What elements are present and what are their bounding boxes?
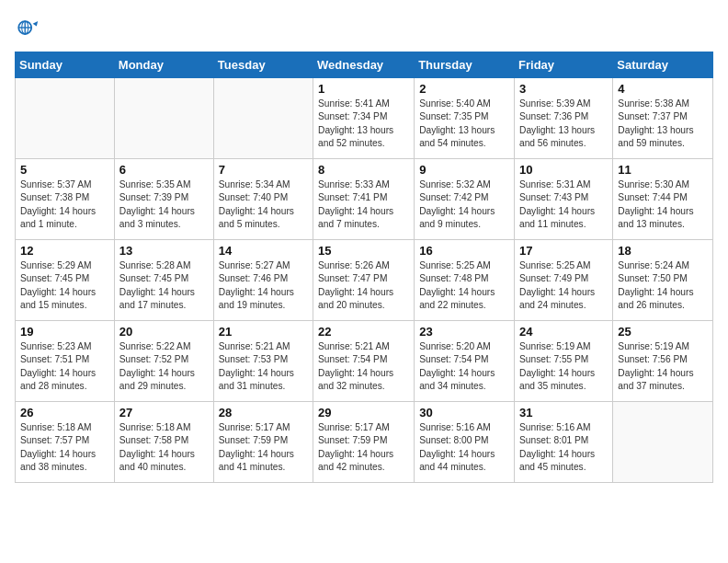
calendar-cell [213, 78, 313, 159]
calendar-cell: 5Sunrise: 5:37 AM Sunset: 7:38 PM Daylig… [16, 159, 115, 240]
calendar-cell: 23Sunrise: 5:20 AM Sunset: 7:54 PM Dayli… [415, 321, 515, 402]
day-number: 30 [419, 406, 509, 419]
calendar-cell: 13Sunrise: 5:28 AM Sunset: 7:45 PM Dayli… [114, 240, 213, 321]
calendar-cell: 25Sunrise: 5:19 AM Sunset: 7:56 PM Dayli… [613, 321, 713, 402]
calendar-cell: 31Sunrise: 5:16 AM Sunset: 8:01 PM Dayli… [515, 402, 613, 483]
calendar-cell: 24Sunrise: 5:19 AM Sunset: 7:55 PM Dayli… [515, 321, 613, 402]
calendar-cell: 12Sunrise: 5:29 AM Sunset: 7:45 PM Dayli… [16, 240, 115, 321]
day-info: Sunrise: 5:41 AM Sunset: 7:34 PM Dayligh… [318, 98, 409, 150]
day-info: Sunrise: 5:20 AM Sunset: 7:54 PM Dayligh… [419, 340, 509, 393]
day-number: 9 [419, 163, 509, 177]
day-number: 1 [318, 82, 409, 96]
day-info: Sunrise: 5:37 AM Sunset: 7:38 PM Dayligh… [20, 178, 109, 231]
calendar-cell: 11Sunrise: 5:30 AM Sunset: 7:44 PM Dayli… [613, 159, 713, 240]
calendar-cell: 8Sunrise: 5:33 AM Sunset: 7:41 PM Daylig… [313, 159, 415, 240]
day-info: Sunrise: 5:17 AM Sunset: 7:59 PM Dayligh… [219, 421, 308, 474]
day-number: 7 [219, 163, 308, 177]
calendar-cell: 1Sunrise: 5:41 AM Sunset: 7:34 PM Daylig… [313, 78, 415, 159]
day-number: 11 [618, 163, 708, 177]
day-info: Sunrise: 5:35 AM Sunset: 7:39 PM Dayligh… [119, 178, 209, 231]
day-info: Sunrise: 5:39 AM Sunset: 7:36 PM Dayligh… [519, 98, 608, 150]
day-info: Sunrise: 5:30 AM Sunset: 7:44 PM Dayligh… [618, 178, 708, 231]
day-header-wednesday: Wednesday [313, 52, 415, 78]
calendar-cell: 14Sunrise: 5:27 AM Sunset: 7:46 PM Dayli… [213, 240, 313, 321]
day-info: Sunrise: 5:16 AM Sunset: 8:01 PM Dayligh… [519, 421, 608, 474]
day-info: Sunrise: 5:34 AM Sunset: 7:40 PM Dayligh… [219, 178, 308, 231]
calendar-cell: 26Sunrise: 5:18 AM Sunset: 7:57 PM Dayli… [16, 402, 115, 483]
calendar-cell: 21Sunrise: 5:21 AM Sunset: 7:53 PM Dayli… [213, 321, 313, 402]
day-number: 19 [20, 325, 109, 339]
day-info: Sunrise: 5:29 AM Sunset: 7:45 PM Dayligh… [20, 259, 109, 312]
calendar-cell: 17Sunrise: 5:25 AM Sunset: 7:49 PM Dayli… [515, 240, 613, 321]
day-number: 26 [20, 406, 109, 419]
day-info: Sunrise: 5:19 AM Sunset: 7:55 PM Dayligh… [519, 340, 608, 393]
days-header-row: SundayMondayTuesdayWednesdayThursdayFrid… [16, 52, 713, 78]
calendar-cell: 3Sunrise: 5:39 AM Sunset: 7:36 PM Daylig… [515, 78, 613, 159]
page-header [15, 15, 713, 40]
day-info: Sunrise: 5:24 AM Sunset: 7:50 PM Dayligh… [618, 259, 708, 312]
day-info: Sunrise: 5:26 AM Sunset: 7:47 PM Dayligh… [318, 259, 409, 312]
day-info: Sunrise: 5:16 AM Sunset: 8:00 PM Dayligh… [419, 421, 509, 474]
day-number: 28 [219, 406, 308, 419]
calendar-table: SundayMondayTuesdayWednesdayThursdayFrid… [15, 52, 713, 483]
day-number: 12 [20, 244, 109, 258]
day-number: 15 [318, 244, 409, 258]
day-info: Sunrise: 5:25 AM Sunset: 7:48 PM Dayligh… [419, 259, 509, 312]
day-number: 6 [119, 163, 209, 177]
day-info: Sunrise: 5:17 AM Sunset: 7:59 PM Dayligh… [318, 421, 409, 474]
calendar-cell: 29Sunrise: 5:17 AM Sunset: 7:59 PM Dayli… [313, 402, 415, 483]
day-number: 22 [318, 325, 409, 339]
calendar-cell: 18Sunrise: 5:24 AM Sunset: 7:50 PM Dayli… [613, 240, 713, 321]
day-header-tuesday: Tuesday [213, 52, 313, 78]
day-info: Sunrise: 5:19 AM Sunset: 7:56 PM Dayligh… [618, 340, 708, 393]
calendar-cell: 27Sunrise: 5:18 AM Sunset: 7:58 PM Dayli… [114, 402, 213, 483]
day-header-friday: Friday [515, 52, 613, 78]
day-number: 16 [419, 244, 509, 258]
logo [15, 15, 44, 40]
day-info: Sunrise: 5:18 AM Sunset: 7:58 PM Dayligh… [119, 421, 209, 474]
calendar-cell [16, 78, 115, 159]
calendar-cell: 15Sunrise: 5:26 AM Sunset: 7:47 PM Dayli… [313, 240, 415, 321]
day-number: 3 [519, 82, 608, 96]
day-number: 17 [519, 244, 608, 258]
day-info: Sunrise: 5:21 AM Sunset: 7:54 PM Dayligh… [318, 340, 409, 393]
calendar-cell: 20Sunrise: 5:22 AM Sunset: 7:52 PM Dayli… [114, 321, 213, 402]
calendar-cell: 16Sunrise: 5:25 AM Sunset: 7:48 PM Dayli… [415, 240, 515, 321]
day-info: Sunrise: 5:33 AM Sunset: 7:41 PM Dayligh… [318, 178, 409, 231]
calendar-cell [114, 78, 213, 159]
week-row-5: 26Sunrise: 5:18 AM Sunset: 7:57 PM Dayli… [16, 402, 713, 483]
day-info: Sunrise: 5:27 AM Sunset: 7:46 PM Dayligh… [219, 259, 308, 312]
day-number: 18 [618, 244, 708, 258]
calendar-cell: 30Sunrise: 5:16 AM Sunset: 8:00 PM Dayli… [415, 402, 515, 483]
calendar-cell: 28Sunrise: 5:17 AM Sunset: 7:59 PM Dayli… [213, 402, 313, 483]
day-number: 20 [119, 325, 209, 339]
week-row-3: 12Sunrise: 5:29 AM Sunset: 7:45 PM Dayli… [16, 240, 713, 321]
calendar-cell: 9Sunrise: 5:32 AM Sunset: 7:42 PM Daylig… [415, 159, 515, 240]
day-number: 2 [419, 82, 509, 96]
day-info: Sunrise: 5:40 AM Sunset: 7:35 PM Dayligh… [419, 98, 509, 150]
week-row-1: 1Sunrise: 5:41 AM Sunset: 7:34 PM Daylig… [16, 78, 713, 159]
day-info: Sunrise: 5:25 AM Sunset: 7:49 PM Dayligh… [519, 259, 608, 312]
day-number: 24 [519, 325, 608, 339]
day-number: 21 [219, 325, 308, 339]
calendar-cell [613, 402, 713, 483]
day-number: 4 [618, 82, 708, 96]
day-header-sunday: Sunday [16, 52, 115, 78]
calendar-cell: 4Sunrise: 5:38 AM Sunset: 7:37 PM Daylig… [613, 78, 713, 159]
day-info: Sunrise: 5:31 AM Sunset: 7:43 PM Dayligh… [519, 178, 608, 231]
day-number: 27 [119, 406, 209, 419]
day-info: Sunrise: 5:28 AM Sunset: 7:45 PM Dayligh… [119, 259, 209, 312]
day-number: 10 [519, 163, 608, 177]
day-number: 14 [219, 244, 308, 258]
day-number: 29 [318, 406, 409, 419]
week-row-4: 19Sunrise: 5:23 AM Sunset: 7:51 PM Dayli… [16, 321, 713, 402]
day-number: 23 [419, 325, 509, 339]
day-info: Sunrise: 5:32 AM Sunset: 7:42 PM Dayligh… [419, 178, 509, 231]
calendar-cell: 7Sunrise: 5:34 AM Sunset: 7:40 PM Daylig… [213, 159, 313, 240]
calendar-cell: 10Sunrise: 5:31 AM Sunset: 7:43 PM Dayli… [515, 159, 613, 240]
day-number: 25 [618, 325, 708, 339]
day-info: Sunrise: 5:23 AM Sunset: 7:51 PM Dayligh… [20, 340, 109, 393]
week-row-2: 5Sunrise: 5:37 AM Sunset: 7:38 PM Daylig… [16, 159, 713, 240]
calendar-cell: 6Sunrise: 5:35 AM Sunset: 7:39 PM Daylig… [114, 159, 213, 240]
day-number: 5 [20, 163, 109, 177]
